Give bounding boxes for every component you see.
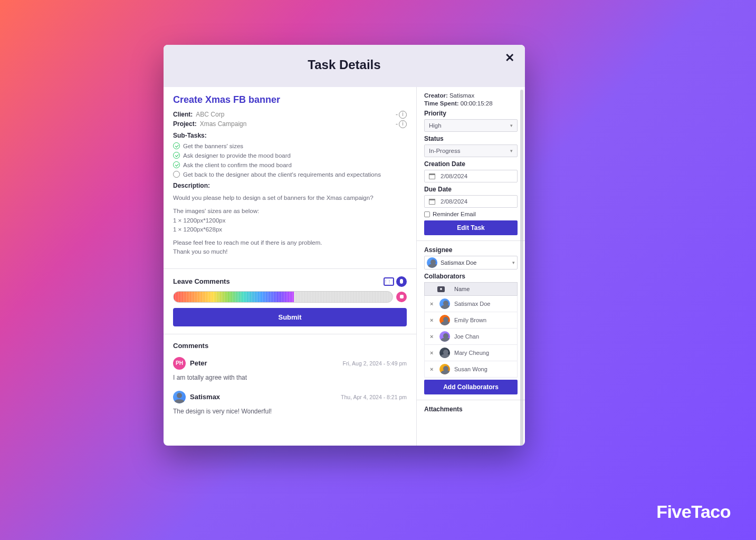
left-panel: Create Xmas FB banner Client: ABC Corp -… (164, 87, 417, 446)
comment-author: Satismax (190, 393, 220, 401)
creation-date-label: Creation Date (424, 160, 518, 168)
description-body: Would you please help to design a set of… (173, 194, 407, 257)
calendar-icon (429, 199, 435, 205)
edit-task-button[interactable]: Edit Task (424, 220, 518, 235)
comment-date: Thu, Apr 4, 2024 - 8:21 pm (341, 394, 407, 400)
chevron-down-icon: ▾ (510, 148, 513, 153)
subtasks-label: Sub-Tasks: (173, 132, 407, 139)
submit-button[interactable]: Submit (173, 308, 407, 326)
right-panel: Creator: Satismax Time Spent: 00:00:15:2… (417, 87, 525, 446)
avatar (439, 331, 450, 342)
stop-record-icon[interactable] (396, 292, 407, 302)
avatar: PH (173, 357, 186, 370)
subtask-item[interactable]: Get back to the designer about the clien… (173, 171, 407, 178)
comment-date: Fri, Aug 2, 2024 - 5:49 pm (343, 360, 407, 367)
avatar (427, 257, 437, 268)
creator-line: Creator: Satismax (424, 92, 518, 99)
camera-icon (437, 286, 445, 292)
subtask-item[interactable]: Ask designer to provide the mood board (173, 152, 407, 159)
modal-title: Task Details (174, 57, 514, 72)
comment-author: Peter (190, 359, 207, 367)
check-done-icon (173, 152, 180, 159)
keyboard-icon[interactable]: ⋮⋮⋮ (384, 277, 394, 286)
collaborator-row: × Joe Chan (424, 329, 518, 345)
calendar-icon (429, 173, 435, 179)
dash-icon: - (396, 120, 398, 128)
remove-icon[interactable]: × (430, 350, 435, 356)
subtask-item[interactable]: Ask the client to confirm the mood board (173, 161, 407, 168)
collaborator-name: Joe Chan (454, 333, 479, 340)
reminder-checkbox-row[interactable]: Reminder Email (424, 211, 518, 217)
info-icon[interactable]: i (399, 120, 407, 128)
audio-waveform[interactable] (173, 291, 393, 303)
time-spent-line: Time Spent: 00:00:15:28 (424, 100, 518, 107)
check-done-icon (173, 161, 180, 168)
assignee-label: Assignee (424, 246, 518, 254)
assignee-select[interactable]: Satismax Doe ▾ (424, 256, 518, 269)
creation-date-input[interactable]: 2/08/2024 (424, 170, 518, 182)
priority-label: Priority (424, 110, 518, 117)
desc-line: Thank you so much! (173, 248, 228, 255)
chevron-down-icon: ▾ (510, 123, 513, 128)
comment-item: Satismax Thu, Apr 4, 2024 - 8:21 pm The … (173, 391, 407, 415)
avatar (439, 348, 450, 358)
chevron-down-icon: ▾ (512, 260, 515, 265)
comment-text: I am totally agree with that (173, 374, 407, 381)
subtask-text: Get the banners' sizes (183, 143, 243, 149)
project-label: Project: (173, 120, 197, 128)
microphone-icon[interactable] (396, 276, 407, 287)
collaborator-name: Emily Brown (454, 317, 486, 323)
collaborator-name: Satismax Doe (454, 301, 490, 307)
avatar (439, 298, 450, 309)
add-collaborators-button[interactable]: Add Collaborators (424, 380, 518, 394)
attachments-label: Attachments (424, 406, 518, 413)
collaborator-name: Mary Cheung (454, 350, 489, 356)
desc-line: 1 × 1200px*1200px (173, 217, 225, 224)
info-icon[interactable]: i (399, 111, 407, 119)
collaborator-name: Susan Wong (454, 366, 487, 372)
reminder-label: Reminder Email (433, 211, 476, 217)
brand-logo: FiveTaco (656, 502, 731, 522)
collab-table-header: Name (424, 282, 518, 296)
desc-line: The images' sizes are as below: (173, 208, 259, 214)
subtask-text: Ask designer to provide the mood board (183, 152, 291, 159)
modal-header: Task Details ✕ (164, 45, 525, 87)
remove-icon[interactable]: × (430, 317, 435, 323)
priority-select[interactable]: High▾ (424, 119, 518, 132)
dash-icon: - (396, 111, 398, 118)
client-value: ABC Corp (196, 111, 224, 118)
remove-icon[interactable]: × (430, 301, 435, 307)
avatar (439, 364, 450, 374)
status-label: Status (424, 135, 518, 142)
checkbox-icon (424, 211, 430, 217)
project-value: Xmas Campaign (200, 120, 247, 128)
collaborators-label: Collaborators (424, 273, 518, 280)
due-date-input[interactable]: 2/08/2024 (424, 195, 518, 208)
client-label: Client: (173, 111, 193, 118)
task-details-modal: Task Details ✕ Create Xmas FB banner Cli… (164, 45, 525, 446)
comment-item: PH Peter Fri, Aug 2, 2024 - 5:49 pm I am… (173, 357, 407, 381)
collaborator-row: × Mary Cheung (424, 345, 518, 361)
description-label: Description: (173, 182, 407, 189)
close-icon[interactable]: ✕ (505, 52, 514, 64)
task-title: Create Xmas FB banner (173, 94, 407, 105)
status-select[interactable]: In-Progress▾ (424, 144, 518, 157)
desc-line: Would you please help to design a set of… (173, 194, 407, 202)
comments-title: Comments (173, 342, 407, 350)
collaborator-row: × Susan Wong (424, 361, 518, 378)
remove-icon[interactable]: × (430, 333, 435, 340)
collaborator-row: × Satismax Doe (424, 296, 518, 312)
due-date-label: Due Date (424, 186, 518, 193)
leave-comments-label: Leave Comments (173, 277, 230, 285)
subtask-item[interactable]: Get the banners' sizes (173, 142, 407, 149)
avatar (439, 315, 450, 325)
comment-text: The design is very nice! Wonderful! (173, 408, 407, 415)
desc-line: Please feel free to reach me out if ther… (173, 239, 322, 246)
scrollbar[interactable] (520, 90, 523, 446)
collaborator-row: × Emily Brown (424, 312, 518, 329)
check-done-icon (173, 142, 180, 149)
name-column: Name (454, 286, 470, 292)
desc-line: 1 × 1200px*628px (173, 226, 222, 233)
remove-icon[interactable]: × (430, 366, 435, 372)
subtask-text: Get back to the designer about the clien… (183, 171, 381, 178)
